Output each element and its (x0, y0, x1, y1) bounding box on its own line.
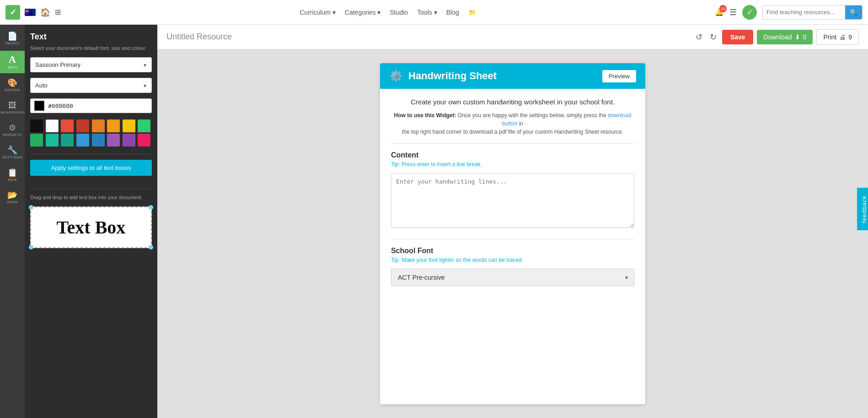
color-chip-darkblue[interactable] (92, 134, 105, 147)
handle-top-right[interactable] (149, 205, 153, 210)
sidebar-item-background[interactable]: 🖼 BACKGROUND (0, 98, 25, 118)
nav-folder-icon[interactable]: 📁 (468, 9, 476, 16)
notification-bell[interactable]: 🔔 10 (715, 8, 724, 16)
color-chip-green[interactable] (138, 119, 150, 132)
font-select-wrapper: Sassoon Primary Arial Times New Roman (30, 57, 152, 72)
preview-button[interactable]: Preview (602, 70, 636, 82)
main-layout: 📄 PAGES A TEXT 🎨 DESIGN 🖼 BACKGROUND ⚙ W… (0, 25, 868, 418)
nav-categories[interactable]: Categories ▾ (345, 9, 381, 16)
text-box-preview-label: Text Box (57, 217, 126, 238)
handle-bottom-right[interactable] (149, 245, 153, 250)
text-label: TEXT (7, 65, 17, 70)
color-chip-pink[interactable] (138, 134, 150, 147)
sidebar-item-open[interactable]: 📂 OPEN (0, 187, 25, 208)
color-chip-purple[interactable] (107, 134, 120, 147)
color-chip-blue[interactable] (76, 134, 89, 147)
grid-icon[interactable]: ⊞ (55, 8, 61, 16)
feedback-tab[interactable]: feedback (857, 188, 868, 230)
color-palette (30, 119, 152, 147)
color-swatch[interactable] (34, 101, 44, 111)
color-chip-black[interactable] (30, 119, 43, 132)
redo-button[interactable]: ↻ (708, 30, 718, 44)
resource-title: Untitled Resource (166, 32, 688, 42)
widget-header: ⚙️ Handwriting Sheet Preview (380, 63, 645, 89)
handle-top-left[interactable] (29, 205, 33, 210)
toolbar-actions: ↺ ↻ Save Download ⬇ 0 Print 🖨 9 (694, 29, 859, 45)
widget-divider-2 (391, 239, 634, 239)
canvas-scroll[interactable]: ⚙️ Handwriting Sheet Preview Create your… (157, 49, 868, 418)
color-chip-teal[interactable] (46, 134, 59, 147)
nav-blog[interactable]: Blog (446, 9, 459, 16)
content-textarea[interactable] (391, 173, 634, 228)
sidebar-item-text[interactable]: A TEXT (0, 51, 25, 73)
hamburger-icon[interactable]: ☰ (729, 7, 737, 17)
nav-curriculum[interactable]: Curriculum ▾ (300, 9, 336, 16)
content-tip: Tip: Press enter to insert a line break. (391, 161, 634, 168)
drag-hint: Drag and drop to add text box into your … (30, 195, 152, 200)
open-icon: 📂 (7, 191, 17, 199)
save-button[interactable]: Save (722, 30, 754, 44)
sidebar-item-widgets[interactable]: ⚙ WIDGETS (0, 120, 25, 141)
color-chip-yellow[interactable] (123, 119, 135, 132)
font-select[interactable]: Sassoon Primary Arial Times New Roman (30, 57, 152, 72)
widget-description: Create your own custom handwriting works… (391, 98, 634, 106)
size-select[interactable]: Auto 8 10 12 14 16 18 24 (30, 78, 152, 93)
color-chip-amber[interactable] (107, 119, 120, 132)
notification-count: 10 (719, 5, 727, 12)
text-box-preview[interactable]: Text Box (30, 206, 152, 248)
print-label: Print (823, 33, 836, 41)
download-button[interactable]: Download ⬇ 0 (757, 30, 813, 44)
download-label: Download (763, 33, 792, 41)
nav-right: 🔔 10 ☰ ✓ 🔍 (715, 5, 863, 20)
content-section: Content Tip: Press enter to insert a lin… (391, 151, 634, 230)
icon-sidebar: 📄 PAGES A TEXT 🎨 DESIGN 🖼 BACKGROUND ⚙ W… (0, 25, 25, 418)
sidebar-item-settings[interactable]: 🔧 SETTINGS (0, 142, 25, 163)
user-avatar[interactable]: ✓ (742, 5, 757, 20)
sidebar-item-new[interactable]: 📋 NEW (0, 165, 25, 185)
handle-bottom-left[interactable] (29, 245, 33, 250)
widget-divider-1 (391, 143, 634, 144)
apply-settings-button[interactable]: Apply settings to all text boxes (30, 160, 152, 176)
gear-icon: ⚙️ (389, 70, 403, 82)
search-input[interactable] (763, 9, 845, 16)
school-font-select[interactable]: ACT Pre-cursive NSW Foundation VIC Moder… (391, 269, 634, 286)
search-box: 🔍 (762, 5, 863, 20)
download-icon: ⬇ (795, 33, 800, 41)
logo-icon[interactable]: ✓ (5, 5, 20, 20)
nav-tools[interactable]: Tools ▾ (417, 9, 437, 16)
widget-panel: ⚙️ Handwriting Sheet Preview Create your… (380, 63, 645, 404)
widget-body: Create your own custom handwriting works… (380, 89, 645, 295)
school-font-tip: Tip: Make your font lighter so the words… (391, 257, 634, 263)
widget-header-left: ⚙️ Handwriting Sheet (389, 70, 497, 82)
new-label: NEW (8, 178, 17, 182)
content-section-title: Content (391, 151, 634, 159)
panel-divider-2 (30, 189, 152, 189)
color-chip-darkgreen[interactable] (30, 134, 43, 147)
panel-divider-1 (30, 154, 152, 154)
undo-button[interactable]: ↺ (694, 30, 704, 44)
sidebar-item-design[interactable]: 🎨 DESIGN (0, 75, 25, 96)
color-chip-darkteal[interactable] (61, 134, 74, 147)
color-chip-orange[interactable] (92, 119, 105, 132)
color-chip-darkred[interactable] (76, 119, 89, 132)
color-hex-value: #000000 (48, 103, 73, 109)
sidebar-item-pages[interactable]: 📄 PAGES (0, 28, 25, 49)
nav-studio[interactable]: Studio (390, 9, 408, 16)
color-chip-darkpurple[interactable] (123, 134, 135, 147)
color-chip-red[interactable] (61, 119, 74, 132)
color-chip-white[interactable] (46, 119, 59, 132)
text-icon: A (9, 54, 16, 65)
settings-label: SETTINGS (2, 155, 22, 159)
download-count: 0 (803, 33, 807, 41)
resource-toolbar: Untitled Resource ↺ ↻ Save Download ⬇ 0 … (157, 25, 868, 49)
flag-icon: 🇦🇺 (25, 9, 36, 16)
new-icon: 📋 (7, 168, 17, 177)
home-icon[interactable]: 🏠 (40, 7, 50, 17)
download-link[interactable]: download button (502, 112, 631, 127)
pages-icon: 📄 (7, 32, 17, 40)
widgets-icon: ⚙ (9, 124, 16, 132)
search-button[interactable]: 🔍 (845, 5, 862, 19)
widget-title: Handwriting Sheet (408, 70, 497, 82)
print-button[interactable]: Print 🖨 9 (816, 29, 859, 45)
color-input-row[interactable]: #000000 (30, 98, 152, 113)
